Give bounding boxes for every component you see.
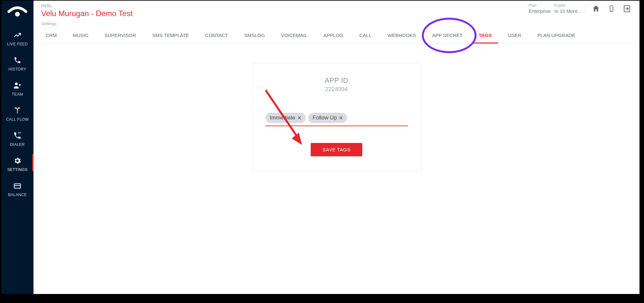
svg-text:SIP: SIP [18,132,21,134]
tab-crm[interactable]: CRM [39,28,63,43]
sidebar-item-label: TEAM [3,92,32,97]
remove-tag-icon[interactable] [338,115,344,121]
home-icon[interactable] [591,4,601,14]
tab-call[interactable]: CALL [353,28,378,43]
sip-phone-icon: SIP [13,131,22,140]
sidebar-item-history[interactable]: HISTORY [1,50,33,75]
sidebar-item-label: HISTORY [3,67,32,71]
tab-smslog[interactable]: SMSLOG [238,28,271,43]
team-add-icon [13,80,22,90]
sidebar: LIVE FEED HISTORY TEAM CALL FLOW [1,1,33,294]
tab-webhooks[interactable]: WEBHOOKS [381,28,422,43]
top-right: Plan Enterprise Expire In 10 Mont... [529,3,632,14]
plan-value: Enterprise [529,8,551,14]
content-area: APP ID 2224994 Immediate Follow Up [33,44,639,294]
tag-chip-label: Immediate [270,115,295,121]
remove-tag-icon[interactable] [297,115,302,121]
tab-applog[interactable]: APPLOG [317,28,350,43]
greeting-block: Hello, Velu Murugan - Demo Test [41,3,133,18]
tab-contact[interactable]: CONTACT [199,28,234,43]
plan-label: Plan [529,3,551,8]
tags-input[interactable]: Immediate Follow Up [265,111,408,126]
brand-logo [6,5,29,19]
tab-sms-template[interactable]: SMS TEMPLATE [146,28,195,43]
mobile-icon[interactable] [607,4,616,14]
svg-rect-3 [14,184,21,188]
sidebar-item-team[interactable]: TEAM [1,75,33,100]
sidebar-item-label: CALL FLOW [3,117,32,122]
sidebar-item-live-feed[interactable]: LIVE FEED [1,24,33,50]
sidebar-item-label: BALANCE [3,193,32,197]
tab-voicemail[interactable]: VOICEMAIL [275,28,314,43]
tab-plan-upgrade[interactable]: PLAN UPGRADE [531,28,582,43]
sidebar-item-settings[interactable]: SETTINGS [1,150,33,175]
sidebar-item-label: SETTINGS [3,167,32,172]
card-icon [13,181,22,191]
tags-card: APP ID 2224994 Immediate Follow Up [252,63,421,172]
annotation-ellipse [422,18,477,53]
tag-chip: Follow Up [308,113,347,123]
svg-point-0 [15,12,20,17]
top-bar: Hello, Velu Murugan - Demo Test Plan Ent… [33,1,639,19]
gear-icon [13,156,22,166]
sidebar-item-balance[interactable]: BALANCE [1,175,33,200]
sidebar-item-label: LIVE FEED [3,42,32,46]
phone-icon [13,55,22,65]
tab-user[interactable]: USER [501,28,528,43]
branch-icon [13,106,22,115]
expire-label: Expire [554,3,581,8]
save-tags-button[interactable]: SAVE TAGS [311,143,362,156]
app-id-value: 2224994 [265,86,408,93]
tab-music[interactable]: MUSIC [66,28,95,43]
app-id-label: APP ID [265,76,408,85]
settings-tabs: CRM MUSIC SUPERVISOR SMS TEMPLATE CONTAC… [33,28,639,44]
sidebar-item-call-flow[interactable]: CALL FLOW [1,100,33,125]
svg-point-1 [15,82,18,85]
tab-supervisor[interactable]: SUPERVISOR [98,28,143,43]
main-content: Hello, Velu Murugan - Demo Test Plan Ent… [33,1,639,294]
sidebar-item-label: DIALER [3,142,32,147]
tag-chip: Immediate [265,113,306,123]
trend-icon [13,30,22,40]
breadcrumb: Settings [33,19,639,28]
plan-expire-meta: Plan Enterprise Expire In 10 Mont... [529,3,585,14]
expire-value: In 10 Mont... [554,8,581,14]
tag-chip-label: Follow Up [313,115,337,121]
account-name: Velu Murugan - Demo Test [41,9,133,18]
logout-icon[interactable] [622,4,632,14]
sidebar-item-dialer[interactable]: SIP DIALER [1,125,33,150]
hello-text: Hello, [41,3,133,8]
